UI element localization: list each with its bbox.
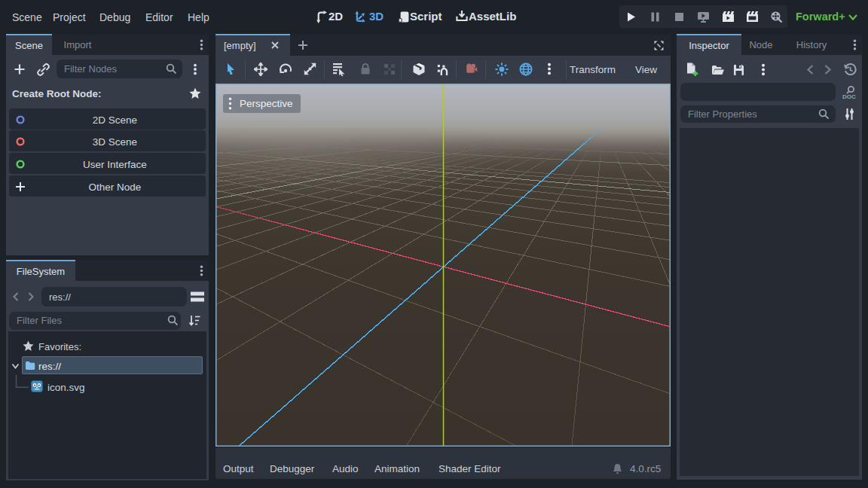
svg-text:DOC: DOC (842, 93, 856, 100)
